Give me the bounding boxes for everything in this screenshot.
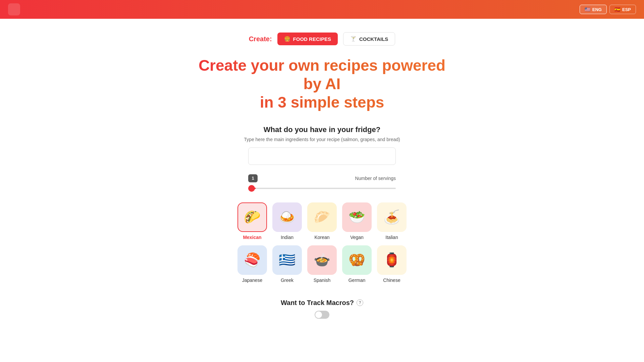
cuisine-name-italian: Italian [385, 235, 398, 240]
cuisine-item-german[interactable]: 🥨German [342, 245, 372, 283]
hero-line2: in 3 simple steps [260, 94, 384, 111]
fridge-subtitle: Type here the main ingredients for your … [244, 137, 400, 142]
lang-buttons: 🇺🇸 ENG 🇪🇸 ESP [580, 5, 636, 14]
cuisine-name-vegan: Vegan [350, 235, 364, 240]
cuisine-card-german[interactable]: 🥨 [342, 245, 372, 275]
cuisine-card-chinese[interactable]: 🏮 [377, 245, 407, 275]
servings-value: 1 [252, 176, 254, 181]
toggle-knob [315, 311, 322, 318]
cuisine-item-italian[interactable]: 🍝Italian [377, 202, 407, 240]
servings-section: 1 Number of servings [248, 174, 396, 190]
cuisine-name-spanish: Spanish [314, 278, 331, 283]
cuisine-item-japanese[interactable]: 🍣Japanese [237, 245, 267, 283]
cuisine-card-indian[interactable]: 🍛 [272, 202, 302, 232]
esp-button[interactable]: 🇪🇸 ESP [609, 5, 636, 14]
logo: 🍱 [8, 3, 20, 15]
food-btn-label: FOOD RECIPES [293, 36, 331, 42]
cuisine-item-mexican[interactable]: 🌮Mexican [237, 202, 267, 240]
cuisine-name-mexican: Mexican [243, 235, 261, 240]
cuisine-grid: 🌮Mexican🍛Indian🥟Korean🥗Vegan🍝Italian🍣Jap… [237, 202, 407, 283]
cuisine-card-greek[interactable]: 🇬🇷 [272, 245, 302, 275]
cuisine-card-vegan[interactable]: 🥗 [342, 202, 372, 232]
cocktails-btn-label: COCKTAILS [359, 36, 388, 42]
cuisine-card-japanese[interactable]: 🍣 [237, 245, 267, 275]
cocktails-button[interactable]: 🍸 COCKTAILS [343, 32, 395, 46]
cuisine-card-spanish[interactable]: 🍲 [307, 245, 337, 275]
fridge-input[interactable] [248, 147, 396, 165]
eng-label: ENG [592, 7, 602, 12]
cuisine-name-indian: Indian [281, 235, 293, 240]
cuisine-item-indian[interactable]: 🍛Indian [272, 202, 302, 240]
eng-flag-icon: 🇺🇸 [585, 7, 590, 12]
cuisine-card-korean[interactable]: 🥟 [307, 202, 337, 232]
fridge-question: What do you have in your fridge? [264, 125, 380, 134]
cocktail-icon: 🍸 [350, 36, 357, 42]
cuisine-item-vegan[interactable]: 🥗Vegan [342, 202, 372, 240]
macros-help-icon[interactable]: ? [357, 299, 363, 306]
create-label: Create: [249, 35, 272, 43]
esp-flag-icon: 🇪🇸 [614, 7, 620, 12]
cuisine-name-japanese: Japanese [242, 278, 263, 283]
cuisine-name-korean: Korean [314, 235, 329, 240]
eng-button[interactable]: 🇺🇸 ENG [580, 5, 607, 14]
macros-section: Want to Track Macros? ? [281, 299, 363, 319]
cuisine-item-greek[interactable]: 🇬🇷Greek [272, 245, 302, 283]
servings-badge: 1 [248, 174, 258, 182]
servings-slider[interactable] [248, 188, 396, 189]
esp-label: ESP [622, 7, 631, 12]
cuisine-name-chinese: Chinese [383, 278, 400, 283]
cuisine-item-chinese[interactable]: 🏮Chinese [377, 245, 407, 283]
main-content: Create: 🍔 FOOD RECIPES 🍸 COCKTAILS Creat… [0, 19, 644, 332]
hero-line1: Create your own recipes powered by AI [199, 57, 445, 93]
food-recipes-button[interactable]: 🍔 FOOD RECIPES [277, 33, 338, 45]
servings-label: Number of servings [258, 176, 396, 181]
food-icon: 🍔 [284, 36, 290, 42]
svg-rect-0 [8, 3, 20, 15]
cuisine-item-spanish[interactable]: 🍲Spanish [307, 245, 337, 283]
create-row: Create: 🍔 FOOD RECIPES 🍸 COCKTAILS [249, 32, 395, 46]
hero-title: Create your own recipes powered by AI in… [188, 56, 456, 112]
cuisine-name-greek: Greek [281, 278, 293, 283]
cuisine-card-italian[interactable]: 🍝 [377, 202, 407, 232]
cuisine-name-german: German [348, 278, 366, 283]
header: 🍱 🇺🇸 ENG 🇪🇸 ESP [0, 0, 644, 19]
cuisine-item-korean[interactable]: 🥟Korean [307, 202, 337, 240]
macros-title: Want to Track Macros? ? [281, 299, 363, 307]
cuisine-card-mexican[interactable]: 🌮 [237, 202, 267, 232]
macros-title-text: Want to Track Macros? [281, 299, 354, 307]
macros-toggle[interactable] [315, 311, 329, 319]
